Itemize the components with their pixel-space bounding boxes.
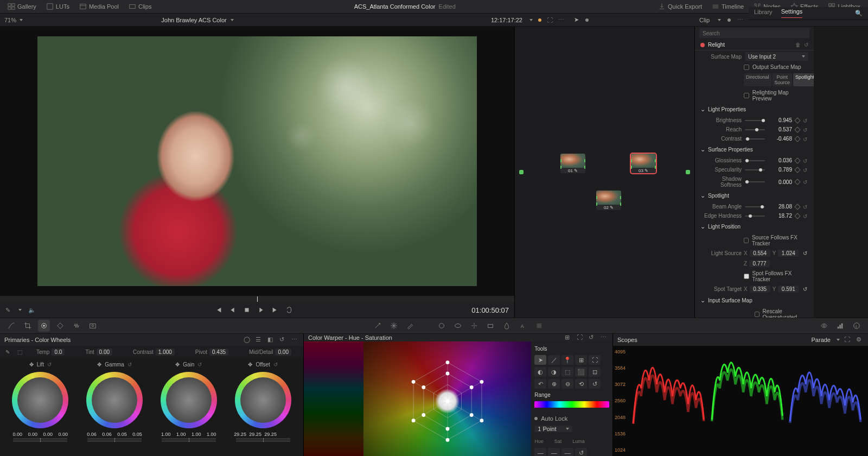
input-surface-section[interactable]: Input Surface Map [695, 294, 814, 307]
gallery-tab[interactable]: Gallery [4, 2, 40, 11]
ls-y-field[interactable]: 1.024 [778, 250, 799, 257]
bars-mode-icon[interactable]: ☰ [256, 336, 263, 344]
eye-icon[interactable] [818, 320, 830, 332]
expand-tool-icon[interactable]: ⛶ [589, 355, 601, 365]
source-follows-checkbox[interactable] [744, 238, 749, 243]
snowflake-icon[interactable] [388, 320, 400, 332]
keyframe-icon[interactable] [794, 136, 800, 142]
tracker-icon[interactable] [468, 320, 480, 332]
gain-wheel[interactable] [161, 372, 217, 428]
stabilize-icon[interactable] [484, 320, 496, 332]
offset-master-slider[interactable] [236, 438, 290, 444]
trash-icon[interactable]: 🗑 [795, 42, 801, 48]
warper-grid-icon[interactable]: ⊞ [565, 334, 572, 341]
reset-icon[interactable]: ↺ [803, 179, 808, 185]
surface-map-select[interactable]: Use Input 2 [745, 52, 808, 61]
temp-value[interactable]: 0.0 [52, 349, 65, 356]
light-type-spotlight[interactable]: Spotlight [793, 73, 814, 86]
contrast-value[interactable]: 1.000 [156, 349, 175, 356]
marker-dot-icon[interactable] [538, 18, 541, 22]
light-props-section[interactable]: Light Properties [695, 103, 814, 116]
spot-follows-checkbox[interactable] [744, 274, 749, 279]
search-icon[interactable]: 🔍 [855, 10, 863, 17]
contrast-slider[interactable] [745, 138, 765, 140]
wheels-mode-icon[interactable]: ◯ [244, 336, 251, 344]
keyframe-tool-icon[interactable] [54, 320, 66, 332]
wt-f-icon[interactable]: ↶ [534, 379, 546, 389]
surface-props-section[interactable]: Surface Properties [695, 143, 814, 156]
lift-reset-icon[interactable]: ↺ [47, 362, 52, 368]
reset-icon[interactable]: ↺ [803, 136, 808, 142]
axes-reset-icon[interactable]: ↺ [575, 448, 587, 456]
graph-input-port[interactable] [519, 170, 524, 174]
crop-tool-icon[interactable] [22, 320, 34, 332]
stop-button[interactable] [243, 306, 251, 314]
node-03[interactable]: 03 ✎ [631, 154, 656, 173]
clips-tab[interactable]: Clips [125, 2, 155, 11]
clip-name[interactable]: John Brawley ACS Color [161, 17, 226, 23]
offset-expand-icon[interactable]: ✥ [248, 362, 252, 368]
wt-j-icon[interactable]: ↺ [589, 379, 601, 389]
keyframe-icon[interactable] [794, 213, 800, 219]
reset-icon[interactable]: ↺ [803, 158, 808, 163]
ls-x-field[interactable]: 0.554 [750, 250, 770, 257]
gain-reset-icon[interactable]: ↺ [197, 362, 202, 368]
ls-z-field[interactable]: 0.777 [749, 260, 770, 267]
node-graph-canvas[interactable] [515, 27, 694, 318]
pointer-tool-icon[interactable]: ➤ [574, 16, 579, 23]
viewer-canvas[interactable] [0, 27, 514, 296]
scope-expand-icon[interactable]: ⛶ [844, 336, 852, 344]
magic-wand-icon[interactable] [372, 320, 384, 332]
keyframe-icon[interactable] [794, 157, 800, 163]
timeline-tool-icon[interactable] [38, 320, 50, 332]
glossiness-slider[interactable] [745, 160, 765, 161]
scope-toggle-icon[interactable] [834, 320, 846, 332]
clip-scope-select[interactable]: Clip [699, 17, 710, 23]
draw-tool-icon[interactable]: ／ [548, 355, 560, 365]
luma-slider-icon[interactable]: — [561, 448, 573, 456]
pivot-value[interactable]: 0.435 [209, 349, 228, 356]
offset-reset-icon[interactable]: ↺ [273, 362, 278, 368]
window-icon[interactable] [452, 320, 464, 332]
graph-output-port[interactable] [686, 170, 690, 174]
key-icon[interactable]: A [517, 320, 529, 332]
light-position-section[interactable]: Light Position [695, 220, 814, 233]
light-type-point-source[interactable]: Point Source [773, 73, 793, 86]
specularity-slider[interactable] [745, 169, 765, 170]
relight-preview-checkbox[interactable] [744, 93, 749, 98]
st-y-field[interactable]: 0.591 [778, 286, 799, 293]
gain-expand-icon[interactable]: ✥ [175, 362, 180, 368]
curves-tool-icon[interactable] [5, 320, 17, 332]
rescale-oversaturated-checkbox[interactable] [755, 312, 760, 317]
warper-expand-icon[interactable]: ⛶ [577, 334, 584, 341]
wt-a-icon[interactable]: ◐ [534, 367, 546, 377]
grid-tool-icon[interactable]: ⊞ [575, 355, 587, 365]
mediapool-tab[interactable]: Media Pool [76, 2, 122, 11]
nodes-menu-icon[interactable]: ⋯ [737, 16, 743, 23]
expand-icon[interactable]: ⛶ [547, 17, 553, 23]
light-type-directional[interactable]: Directional [744, 73, 771, 86]
beam-angle-slider[interactable] [745, 206, 765, 207]
wt-i-icon[interactable]: ⟲ [575, 379, 587, 389]
keyframe-icon[interactable] [794, 126, 800, 132]
warper-reset-icon[interactable]: ↺ [589, 334, 596, 341]
reset-icon[interactable]: ↺ [803, 127, 808, 132]
picker2-icon[interactable]: ⬚ [17, 349, 22, 355]
gain-master-slider[interactable] [162, 438, 216, 444]
prev-frame-button[interactable] [229, 306, 237, 314]
autolock-dot[interactable] [534, 417, 538, 420]
wt-h-icon[interactable]: ⊖ [561, 379, 573, 389]
sat-slider-icon[interactable]: — [548, 448, 560, 456]
reset-icon[interactable]: ↺ [804, 42, 808, 48]
blur-icon[interactable] [501, 320, 513, 332]
waveform-tool-icon[interactable] [71, 320, 82, 332]
wt-d-icon[interactable]: ⬛ [575, 367, 587, 377]
lift-expand-icon[interactable]: ✥ [29, 362, 34, 368]
quick-export-button[interactable]: Quick Export [655, 2, 705, 11]
sizing-icon[interactable] [533, 320, 545, 332]
still-tool-icon[interactable] [87, 320, 99, 332]
reset-icon[interactable]: ↺ [803, 118, 808, 123]
gamma-reset-icon[interactable]: ↺ [127, 362, 132, 368]
loop-button[interactable] [285, 306, 293, 314]
hue-sat-canvas[interactable] [363, 341, 531, 456]
